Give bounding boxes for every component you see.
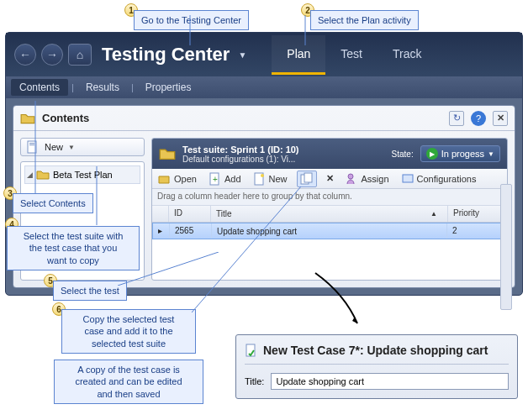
- tab-test[interactable]: Test: [325, 35, 378, 75]
- back-button[interactable]: ←: [14, 44, 36, 66]
- connector-line: [84, 166, 109, 225]
- connector-line: [189, 15, 191, 45]
- suite-header: Test suite: Sprint 1 (ID: 10) Default co…: [152, 139, 507, 169]
- detail-heading: New Test Case 7*: Update shopping cart: [245, 344, 509, 365]
- svg-line-16: [192, 186, 301, 312]
- open-label: Open: [174, 174, 197, 184]
- separator: |: [71, 82, 74, 92]
- forward-button[interactable]: →: [41, 44, 63, 66]
- titlebar: ← → ⌂ Testing Center ▼ Plan Test Track: [6, 33, 522, 76]
- vertical-scrollbar[interactable]: [500, 184, 512, 310]
- assign-icon: [346, 172, 359, 186]
- suite-title: Test suite: Sprint 1 (ID: 10): [182, 144, 385, 155]
- tab-track[interactable]: Track: [378, 35, 436, 75]
- connector-line: [29, 101, 45, 193]
- sub-tabs: Contents | Results | Properties: [6, 76, 522, 98]
- panel-title: Contents: [42, 112, 89, 124]
- suite-icon: [159, 145, 176, 162]
- caret-down-icon: ▼: [68, 144, 75, 151]
- add-button[interactable]: +Add: [206, 171, 244, 186]
- copy-icon: [300, 172, 314, 186]
- svg-point-6: [261, 174, 264, 177]
- state-dropdown[interactable]: ▶ In progess ▼: [420, 145, 500, 162]
- new-label: New: [269, 174, 288, 184]
- test-case-detail-panel: New Test Case 7*: Update shopping cart T…: [235, 334, 518, 399]
- subtab-properties[interactable]: Properties: [137, 79, 200, 96]
- copy-button[interactable]: [297, 171, 317, 187]
- delete-icon: ✕: [326, 173, 334, 184]
- svg-text:+: +: [213, 175, 218, 184]
- new-icon: [253, 172, 267, 186]
- configurations-button[interactable]: Configurations: [399, 171, 479, 186]
- callout-1: Go to the Testing Center: [134, 10, 249, 30]
- svg-rect-8: [304, 173, 312, 182]
- row-handle[interactable]: ▸: [153, 223, 170, 239]
- caret-down-icon: ▼: [488, 150, 494, 158]
- row-priority: 2: [447, 223, 506, 239]
- open-button[interactable]: Open: [156, 171, 199, 186]
- subtab-contents[interactable]: Contents: [11, 79, 68, 96]
- testcase-icon: [245, 344, 258, 357]
- config-label: Configurations: [417, 174, 477, 184]
- refresh-button[interactable]: ↻: [449, 111, 464, 126]
- app-title-text: Testing Center: [102, 44, 230, 66]
- open-icon: [158, 172, 172, 186]
- grid-header-priority[interactable]: Priority: [448, 206, 507, 222]
- assign-button[interactable]: Assign: [343, 171, 392, 186]
- add-icon: +: [209, 172, 222, 186]
- main-tabs: Plan Test Track: [272, 35, 436, 75]
- callout-5: Select the test: [53, 281, 127, 301]
- detail-title-label: Title:: [245, 376, 264, 386]
- state-label: State:: [392, 150, 414, 159]
- help-button[interactable]: ?: [471, 111, 486, 126]
- state-value: In progess: [441, 149, 484, 159]
- panel-header: Contents ↻ ? ✕: [13, 106, 515, 131]
- caret-down-icon: ▼: [238, 50, 246, 60]
- app-title-dropdown[interactable]: Testing Center ▼: [97, 44, 251, 66]
- home-button[interactable]: ⌂: [68, 44, 92, 66]
- play-icon: ▶: [426, 148, 438, 160]
- new-label: New: [45, 142, 63, 152]
- connector-line: [304, 15, 306, 45]
- connector-line: [192, 186, 301, 312]
- detail-title-input[interactable]: [271, 373, 509, 390]
- tab-plan[interactable]: Plan: [272, 35, 325, 75]
- add-label: Add: [224, 174, 241, 184]
- svg-point-9: [348, 174, 353, 179]
- new-testcase-button[interactable]: New: [251, 171, 290, 186]
- detail-heading-text: New Test Case 7*: Update shopping cart: [263, 344, 488, 357]
- config-icon: [401, 172, 414, 186]
- suite-subtitle: Default configurations (1): Vi...: [182, 155, 385, 164]
- subtab-results[interactable]: Results: [77, 79, 128, 96]
- curved-arrow-icon: [311, 269, 378, 336]
- svg-rect-10: [403, 175, 413, 182]
- callout-2: Select the Plan activity: [310, 10, 419, 30]
- delete-button[interactable]: ✕: [324, 172, 336, 185]
- callout-7: A copy of the test case is created and c…: [54, 360, 203, 404]
- sort-asc-icon: ▲: [430, 210, 437, 218]
- close-button[interactable]: ✕: [493, 111, 508, 126]
- assign-label: Assign: [362, 174, 389, 184]
- callout-6: Copy the selected test case and add it t…: [61, 309, 196, 354]
- separator: |: [131, 82, 134, 92]
- callout-3: Select Contents: [13, 193, 93, 213]
- grid-header-drag: [152, 206, 169, 222]
- detail-title-row: Title:: [245, 373, 509, 390]
